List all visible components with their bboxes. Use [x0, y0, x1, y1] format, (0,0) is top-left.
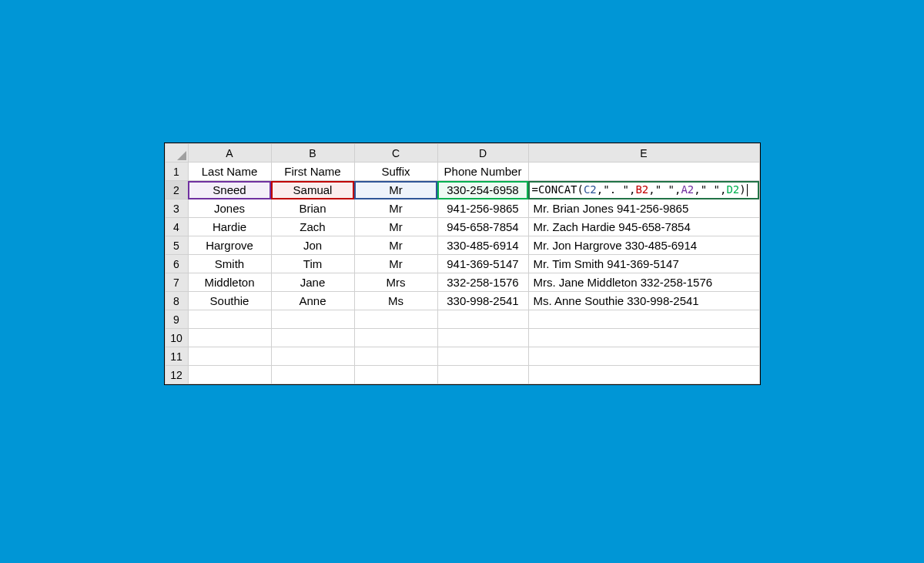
cell-E1[interactable] — [528, 163, 759, 181]
row-header-6[interactable]: 6 — [165, 255, 188, 273]
cell-B2[interactable]: Samual — [271, 181, 354, 199]
cell-E9[interactable] — [528, 310, 759, 329]
formula-text: =CONCAT( — [532, 183, 584, 196]
cell-A11[interactable] — [188, 347, 271, 366]
cell-A9[interactable] — [188, 310, 271, 329]
cell-D9[interactable] — [437, 310, 528, 329]
row-header-8[interactable]: 8 — [165, 292, 188, 310]
cell-D6[interactable]: 941-369-5147 — [437, 255, 528, 273]
row-2: 2 Sneed Samual Mr 330-254-6958 =CONCAT(C… — [165, 181, 759, 199]
row-12: 12 — [165, 366, 759, 384]
cell-C5[interactable]: Mr — [354, 236, 437, 255]
cell-D7[interactable]: 332-258-1576 — [437, 273, 528, 292]
cell-E10[interactable] — [528, 329, 759, 347]
cell-A10[interactable] — [188, 329, 271, 347]
cell-C12[interactable] — [354, 366, 437, 384]
cell-A5[interactable]: Hargrove — [188, 236, 271, 255]
cell-A1[interactable]: Last Name — [188, 163, 271, 181]
cell-C3[interactable]: Mr — [354, 199, 437, 218]
cell-C2[interactable]: Mr — [354, 181, 437, 199]
cell-A6[interactable]: Smith — [188, 255, 271, 273]
cell-E7[interactable]: Mrs. Jane Middleton 332-258-1576 — [528, 273, 759, 292]
row-3: 3 Jones Brian Mr 941-256-9865 Mr. Brian … — [165, 199, 759, 218]
cell-E11[interactable] — [528, 347, 759, 366]
row-header-12[interactable]: 12 — [165, 366, 188, 384]
grid[interactable]: A B C D E 1 Last Name First Name Suffix … — [165, 143, 760, 384]
cell-D8[interactable]: 330-998-2541 — [437, 292, 528, 310]
row-9: 9 — [165, 310, 759, 329]
row-10: 10 — [165, 329, 759, 347]
cell-A2[interactable]: Sneed — [188, 181, 271, 199]
cell-C6[interactable]: Mr — [354, 255, 437, 273]
row-header-7[interactable]: 7 — [165, 273, 188, 292]
cell-C9[interactable] — [354, 310, 437, 329]
cell-C7[interactable]: Mrs — [354, 273, 437, 292]
formula-ref-B2: B2 — [635, 183, 648, 196]
row-7: 7 Middleton Jane Mrs 332-258-1576 Mrs. J… — [165, 273, 759, 292]
row-11: 11 — [165, 347, 759, 366]
spreadsheet: A B C D E 1 Last Name First Name Suffix … — [164, 142, 761, 385]
text-cursor — [747, 184, 748, 196]
cell-B3[interactable]: Brian — [271, 199, 354, 218]
row-1: 1 Last Name First Name Suffix Phone Numb… — [165, 163, 759, 181]
cell-D12[interactable] — [437, 366, 528, 384]
cell-D1[interactable]: Phone Number — [437, 163, 528, 181]
cell-A4[interactable]: Hardie — [188, 218, 271, 236]
col-header-A[interactable]: A — [188, 144, 271, 163]
row-header-1[interactable]: 1 — [165, 163, 188, 181]
cell-A12[interactable] — [188, 366, 271, 384]
cell-E2-formula-edit[interactable]: =CONCAT(C2,". ",B2," ",A2," ",D2) — [528, 181, 759, 199]
cell-B4[interactable]: Zach — [271, 218, 354, 236]
cell-A8[interactable]: Southie — [188, 292, 271, 310]
cell-B10[interactable] — [271, 329, 354, 347]
row-header-2[interactable]: 2 — [165, 181, 188, 199]
row-6: 6 Smith Tim Mr 941-369-5147 Mr. Tim Smit… — [165, 255, 759, 273]
col-header-E[interactable]: E — [528, 144, 759, 163]
col-header-B[interactable]: B — [271, 144, 354, 163]
cell-D10[interactable] — [437, 329, 528, 347]
formula-ref-D2: D2 — [726, 183, 739, 196]
cell-A3[interactable]: Jones — [188, 199, 271, 218]
cell-C11[interactable] — [354, 347, 437, 366]
cell-C1[interactable]: Suffix — [354, 163, 437, 181]
cell-B11[interactable] — [271, 347, 354, 366]
row-4: 4 Hardie Zach Mr 945-658-7854 Mr. Zach H… — [165, 218, 759, 236]
row-header-5[interactable]: 5 — [165, 236, 188, 255]
cell-E5[interactable]: Mr. Jon Hargrove 330-485-6914 — [528, 236, 759, 255]
cell-E8[interactable]: Ms. Anne Southie 330-998-2541 — [528, 292, 759, 310]
row-header-4[interactable]: 4 — [165, 218, 188, 236]
row-header-9[interactable]: 9 — [165, 310, 188, 329]
cell-C4[interactable]: Mr — [354, 218, 437, 236]
cell-B1[interactable]: First Name — [271, 163, 354, 181]
col-header-D[interactable]: D — [437, 144, 528, 163]
cell-A7[interactable]: Middleton — [188, 273, 271, 292]
cell-E3[interactable]: Mr. Brian Jones 941-256-9865 — [528, 199, 759, 218]
cell-C10[interactable] — [354, 329, 437, 347]
col-header-C[interactable]: C — [354, 144, 437, 163]
cell-B8[interactable]: Anne — [271, 292, 354, 310]
formula-ref-A2: A2 — [681, 183, 694, 196]
cell-C8[interactable]: Ms — [354, 292, 437, 310]
cell-D2[interactable]: 330-254-6958 — [437, 181, 528, 199]
row-header-10[interactable]: 10 — [165, 329, 188, 347]
row-header-3[interactable]: 3 — [165, 199, 188, 218]
cell-E4[interactable]: Mr. Zach Hardie 945-658-7854 — [528, 218, 759, 236]
cell-B6[interactable]: Tim — [271, 255, 354, 273]
cell-B5[interactable]: Jon — [271, 236, 354, 255]
cell-D11[interactable] — [437, 347, 528, 366]
cell-E6[interactable]: Mr. Tim Smith 941-369-5147 — [528, 255, 759, 273]
row-8: 8 Southie Anne Ms 330-998-2541 Ms. Anne … — [165, 292, 759, 310]
column-header-row: A B C D E — [165, 144, 759, 163]
cell-D5[interactable]: 330-485-6914 — [437, 236, 528, 255]
cell-D4[interactable]: 945-658-7854 — [437, 218, 528, 236]
cell-B7[interactable]: Jane — [271, 273, 354, 292]
cell-E12[interactable] — [528, 366, 759, 384]
cell-B12[interactable] — [271, 366, 354, 384]
row-header-11[interactable]: 11 — [165, 347, 188, 366]
cell-D3[interactable]: 941-256-9865 — [437, 199, 528, 218]
cell-B9[interactable] — [271, 310, 354, 329]
select-all-corner[interactable] — [165, 144, 188, 163]
formula-ref-C2: C2 — [584, 183, 597, 196]
row-5: 5 Hargrove Jon Mr 330-485-6914 Mr. Jon H… — [165, 236, 759, 255]
